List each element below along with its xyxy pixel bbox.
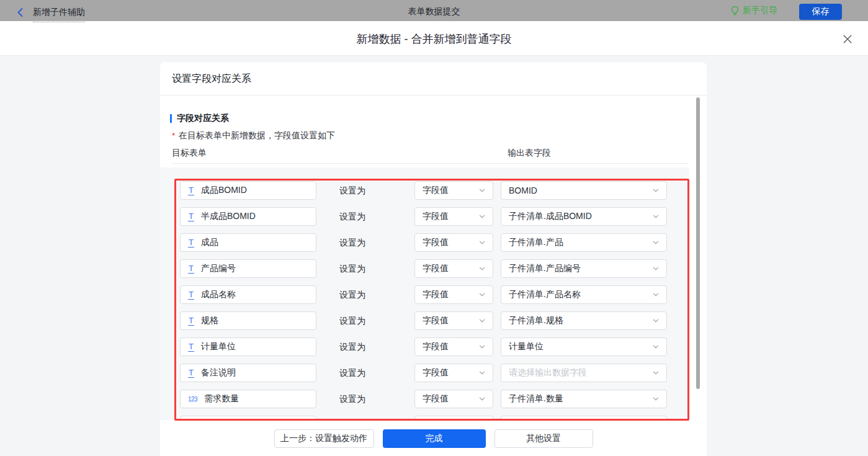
field-mapping-row: T 计量单位 设置为 字段值 计量单位 bbox=[160, 338, 689, 356]
output-field-select[interactable]: 子件清单.产品编号 bbox=[501, 259, 667, 278]
section-accent-bar bbox=[170, 114, 172, 123]
setter-label: 设置为 bbox=[339, 259, 365, 278]
target-field-box: T 规格 bbox=[180, 311, 316, 330]
value-type-select[interactable]: 字段值 bbox=[414, 364, 493, 382]
text-field-icon: T bbox=[188, 264, 194, 274]
top-bar: 新增子件辅助 表单数据提交 新手引导 保存 bbox=[0, 0, 868, 21]
text-field-icon: T bbox=[188, 290, 194, 300]
other-settings-button[interactable]: 其他设置 bbox=[494, 429, 593, 448]
setter-label: 设置为 bbox=[339, 181, 365, 200]
target-field-label: 成品名称 bbox=[201, 289, 236, 300]
target-field-box: T 产品编号 bbox=[180, 259, 316, 278]
output-field-value: BOMID bbox=[509, 186, 537, 195]
value-type-value: 字段值 bbox=[423, 289, 449, 300]
value-type-value: 字段值 bbox=[423, 185, 449, 196]
setter-label: 设置为 bbox=[339, 390, 365, 408]
value-type-value: 字段值 bbox=[423, 367, 449, 378]
output-field-select[interactable]: 请选择输出数据字段 bbox=[501, 364, 667, 382]
output-field-select[interactable]: 计量单位 bbox=[501, 338, 667, 356]
value-type-value: 字段值 bbox=[423, 393, 449, 405]
output-field-select[interactable]: 子件清单.规格 bbox=[501, 311, 667, 330]
setter-label: 设置为 bbox=[339, 364, 365, 382]
output-field-value: 计量单位 bbox=[509, 341, 544, 352]
beginner-guide-link[interactable]: 新手引导 bbox=[730, 5, 777, 16]
target-field-box: T 成品名称 bbox=[180, 285, 316, 304]
setter-label: 设置为 bbox=[339, 233, 365, 252]
target-field-box: T 成品BOMID bbox=[180, 181, 316, 200]
previous-step-button[interactable]: 上一步：设置触发动作 bbox=[274, 429, 374, 448]
chevron-down-icon bbox=[478, 317, 486, 324]
text-field-icon: T bbox=[188, 316, 194, 326]
vertical-scrollbar[interactable] bbox=[696, 97, 700, 389]
chevron-down-icon bbox=[652, 395, 660, 403]
chevron-down-icon bbox=[652, 369, 660, 377]
field-mapping-card: 设置字段对应关系 字段对应关系 *在目标表单中新增数据，字段值设置如下 目标表单… bbox=[160, 62, 707, 456]
field-mapping-row: T 成品 设置为 字段值 子件清单.产品 bbox=[160, 233, 689, 252]
close-icon[interactable] bbox=[843, 34, 852, 44]
output-field-select[interactable]: 子件清单.成品BOMID bbox=[501, 207, 667, 226]
output-field-value: 子件清单.数量 bbox=[509, 393, 563, 405]
value-type-select[interactable]: 字段值 bbox=[414, 259, 493, 278]
setter-label: 设置为 bbox=[339, 285, 365, 304]
value-type-select[interactable]: 字段值 bbox=[414, 285, 493, 304]
card-header-title: 设置字段对应关系 bbox=[160, 62, 707, 96]
output-field-value: 子件清单.规格 bbox=[509, 315, 563, 326]
value-type-select[interactable]: 字段值 bbox=[414, 311, 493, 330]
lightbulb-icon bbox=[730, 6, 740, 16]
output-field-select[interactable] bbox=[501, 416, 667, 420]
field-mapping-row: T 成品名称 设置为 字段值 子件清单.产品名称 bbox=[160, 285, 689, 304]
modal-title: 新增数据 - 合并新增到普通字段 bbox=[0, 32, 868, 47]
chevron-down-icon bbox=[478, 291, 486, 298]
target-field-label: 产品编号 bbox=[201, 263, 236, 274]
chevron-down-icon bbox=[478, 369, 486, 377]
output-field-select[interactable]: 子件清单.产品名称 bbox=[501, 285, 667, 304]
setter-label: 设置为 bbox=[339, 311, 365, 330]
target-field-label: 备注说明 bbox=[201, 367, 236, 378]
chevron-down-icon bbox=[652, 343, 660, 351]
value-type-value: 字段值 bbox=[423, 315, 449, 326]
modal-body: 设置字段对应关系 字段对应关系 *在目标表单中新增数据，字段值设置如下 目标表单… bbox=[0, 56, 868, 456]
column-header-target-form: 目标表单 bbox=[172, 148, 207, 159]
output-field-select[interactable]: BOMID bbox=[501, 181, 667, 200]
save-button[interactable]: 保存 bbox=[799, 4, 842, 20]
output-field-value: 子件清单.产品编号 bbox=[509, 263, 581, 274]
mapping-rows: T 成品BOMID 设置为 字段值 BOMID T 半成品BOMID 设置为 字… bbox=[160, 168, 689, 420]
output-field-select[interactable]: 子件清单.产品 bbox=[501, 233, 667, 252]
target-field-box: T 半成品BOMID bbox=[180, 207, 316, 226]
target-field-box: T 计量单位 bbox=[180, 338, 316, 356]
target-field-label: 需求数量 bbox=[204, 393, 239, 405]
value-type-select[interactable]: 字段值 bbox=[414, 338, 493, 356]
setter-label: 设置为 bbox=[339, 338, 365, 356]
modal-header: 新增数据 - 合并新增到普通字段 bbox=[0, 21, 868, 56]
target-field-box bbox=[180, 416, 316, 420]
target-field-box: T 成品 bbox=[180, 233, 316, 252]
header-divider bbox=[172, 163, 689, 164]
guide-label: 新手引导 bbox=[743, 5, 777, 16]
value-type-select[interactable]: 字段值 bbox=[414, 390, 493, 408]
field-mapping-row: T 成品BOMID 设置为 字段值 BOMID bbox=[160, 181, 689, 200]
value-type-select[interactable]: 字段值 bbox=[414, 181, 493, 200]
target-field-box: 123 需求数量 bbox=[180, 390, 316, 408]
output-field-value: 子件清单.成品BOMID bbox=[509, 211, 592, 222]
field-mapping-row: T 半成品BOMID 设置为 字段值 子件清单.成品BOMID bbox=[160, 207, 689, 226]
output-field-select[interactable]: 子件清单.数量 bbox=[501, 390, 667, 408]
text-field-icon: T bbox=[188, 212, 194, 221]
text-field-icon: T bbox=[188, 238, 194, 248]
value-type-select[interactable]: 字段值 bbox=[414, 233, 493, 252]
field-mapping-row: T 规格 设置为 字段值 子件清单.规格 bbox=[160, 311, 689, 330]
card-footer: 上一步：设置触发动作 完成 其他设置 bbox=[160, 429, 707, 448]
chevron-down-icon bbox=[478, 265, 486, 272]
target-field-box: T 备注说明 bbox=[180, 364, 316, 382]
chevron-down-icon bbox=[652, 187, 660, 194]
target-field-label: 半成品BOMID bbox=[201, 211, 256, 222]
value-type-value: 字段值 bbox=[423, 211, 449, 222]
chevron-down-icon bbox=[652, 213, 660, 220]
chevron-down-icon bbox=[652, 265, 660, 272]
field-mapping-row: T 产品编号 设置为 字段值 子件清单.产品编号 bbox=[160, 259, 689, 278]
chevron-down-icon bbox=[478, 239, 486, 246]
target-field-label: 计量单位 bbox=[201, 341, 236, 352]
value-type-select[interactable]: 字段值 bbox=[414, 207, 493, 226]
finish-button[interactable]: 完成 bbox=[383, 429, 486, 448]
value-type-select[interactable] bbox=[414, 416, 493, 420]
section-title: 字段对应关系 bbox=[170, 113, 229, 124]
